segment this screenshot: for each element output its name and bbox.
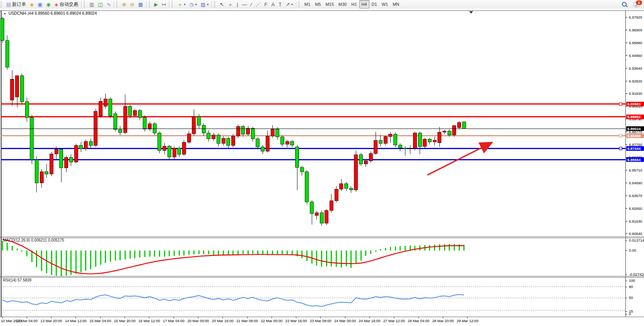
arrow-objects-icon: ↗ [285,2,290,7]
candle [369,153,372,161]
tile-windows-button[interactable]: ▦ [136,0,145,9]
terminal-button[interactable]: ▣ [36,0,44,9]
candle [325,211,328,223]
templates-button[interactable]: ▨▾ [199,0,210,9]
candle [138,110,142,118]
candle [45,172,48,174]
candle [173,148,176,157]
zoom-in-icon: ⊕ [122,2,126,7]
candlestick-chart-button[interactable]: ◫ [96,0,104,9]
auto-scroll-button[interactable]: ▶ [152,0,160,9]
chart-canvas[interactable]: 6.979206.969006.958806.948606.938406.928… [0,9,644,326]
price-chip-6.89962: 6.89962 [626,115,644,119]
timeframe-button-W1[interactable]: W1 [379,0,391,9]
auto-scroll-icon: ▶ [154,2,158,7]
order-form-icon: ▤ [6,2,11,7]
svg-text:22 Mar 16:00: 22 Mar 16:00 [285,319,307,323]
svg-text:6.83670: 6.83670 [629,194,642,198]
candle [94,112,97,146]
candle [236,127,240,136]
text-label-icon: T [278,2,282,7]
svg-text:6.80640: 6.80640 [629,232,642,236]
candle [320,213,323,223]
toolbar-separator [114,1,114,7]
deposit-button[interactable]: ◆ [28,0,36,9]
candle [192,117,196,134]
indicators-button[interactable]: ＋▾ [175,0,187,9]
search-button[interactable] [620,0,629,9]
signals-button[interactable]: ◉ [44,0,53,9]
candle [330,201,333,210]
candle [20,75,24,101]
new-order-button[interactable]: ▤新订单 [4,0,28,9]
periods-button[interactable]: ◷▾ [187,0,198,9]
timeframe-button-M15[interactable]: M15 [323,0,336,9]
svg-text:6.89024: 6.89024 [627,127,641,131]
svg-text:21 Mar 08:00: 21 Mar 08:00 [236,319,258,323]
candle [280,137,284,144]
notifications-button[interactable]: 1 [632,0,642,9]
crosshair-button[interactable]: ＋ [226,0,235,9]
candle [89,141,92,145]
svg-text:6.86564: 6.86564 [627,158,641,162]
candle [35,160,38,183]
candle [418,133,422,146]
candle [433,140,436,142]
svg-text:28 Mar 04:00: 28 Mar 04:00 [408,319,429,323]
price-chip-6.88459: 6.88459 [626,134,644,138]
zoom-in-button[interactable]: ⊕ [120,0,128,9]
text-icon: A [272,2,275,7]
candle [148,124,152,129]
candle [207,133,210,139]
candle [118,129,122,132]
timeframe-button-H4[interactable]: H4 [359,0,369,9]
terminal-icon: ▣ [38,2,42,7]
svg-text:6.88459: 6.88459 [627,134,641,138]
toolbar: ▤新订单◆▣◉◈自动交易▥◫∿⊕⊖▦▶↦＋▾◷▾▨▾↖＋|—∕⋰FAT↗▾M1M… [0,0,644,9]
timeframe-button-D1[interactable]: D1 [369,0,379,9]
bar-chart-button[interactable]: ▥ [87,0,96,9]
svg-text:80: 80 [629,285,633,289]
svg-text:13 Mar 04:00: 13 Mar 04:00 [16,319,38,323]
fibonacci-button[interactable]: F [263,0,270,9]
cursor-button[interactable]: ↖ [218,0,226,9]
zoom-out-button[interactable]: ⊖ [128,0,136,9]
candle [315,213,318,215]
candle [300,167,304,172]
deposit-icon: ◆ [30,2,34,7]
candle [197,117,201,125]
line-chart-button[interactable]: ∿ [105,0,113,9]
toolbar-right: 1 [620,0,642,9]
candle [1,19,4,41]
line-chart-icon: ∿ [107,2,111,7]
text-label-button[interactable]: T [277,0,284,9]
svg-text:6.92820: 6.92820 [629,79,642,83]
chart-window[interactable]: 6.979206.969006.958806.948606.938406.928… [0,9,644,326]
svg-text:29 Mar 12:00: 29 Mar 12:00 [457,319,478,323]
arrows-button[interactable]: ↗▾ [284,0,295,9]
svg-text:6.84690: 6.84690 [629,181,642,185]
trendline-button[interactable]: ∕ [249,0,253,9]
toolbar-separator [81,1,82,7]
text-button[interactable]: A [270,0,277,9]
channel-button[interactable]: ⋰ [254,0,263,9]
vertical-line-button[interactable]: | [235,0,240,9]
svg-text:6.95880: 6.95880 [629,41,642,45]
timeframe-button-H1[interactable]: H1 [349,0,359,9]
chart-shift-button[interactable]: ↦ [160,0,168,9]
candle [40,172,43,183]
timeframe-button-M5[interactable]: M5 [313,0,323,9]
timeframe-button-M30[interactable]: M30 [336,0,349,9]
svg-text:6.82650: 6.82650 [629,206,642,211]
chart-shift-icon: ↦ [162,2,166,7]
fibonacci-icon: F [265,2,268,7]
timeframe-button-MN[interactable]: MN [390,0,401,9]
candle [178,148,181,154]
svg-text:16 Mar 12:00: 16 Mar 12:00 [138,319,160,323]
notification-badge: 1 [636,0,642,5]
robot-icon: ◈ [55,2,58,7]
candle [398,145,402,148]
horizontal-line-button[interactable]: — [240,0,249,9]
timeframe-button-M1[interactable]: M1 [302,0,313,9]
auto-trading-button[interactable]: ◈自动交易 [53,0,80,9]
